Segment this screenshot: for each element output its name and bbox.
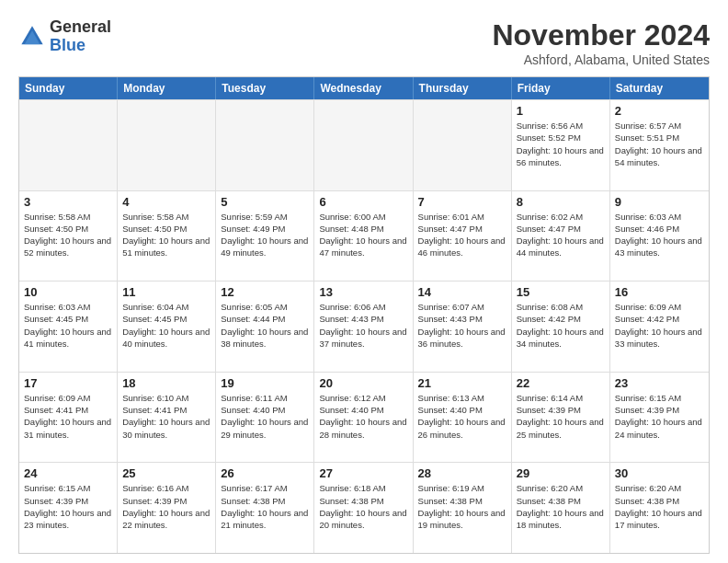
day-number: 13 bbox=[319, 285, 407, 299]
calendar-week-4: 17Sunrise: 6:09 AM Sunset: 4:41 PM Dayli… bbox=[19, 372, 709, 463]
day-info: Sunrise: 6:16 AM Sunset: 4:39 PM Dayligh… bbox=[122, 482, 210, 531]
day-cell-20: 20Sunrise: 6:12 AM Sunset: 4:40 PM Dayli… bbox=[314, 373, 413, 463]
day-cell-7: 7Sunrise: 6:01 AM Sunset: 4:47 PM Daylig… bbox=[414, 191, 512, 282]
day-number: 1 bbox=[517, 104, 605, 118]
day-number: 10 bbox=[24, 285, 112, 299]
day-cell-15: 15Sunrise: 6:08 AM Sunset: 4:42 PM Dayli… bbox=[512, 282, 610, 372]
logo-blue-text: Blue bbox=[50, 36, 85, 54]
day-info: Sunrise: 6:03 AM Sunset: 4:45 PM Dayligh… bbox=[24, 301, 112, 350]
calendar-week-5: 24Sunrise: 6:15 AM Sunset: 4:39 PM Dayli… bbox=[19, 462, 709, 553]
day-cell-19: 19Sunrise: 6:11 AM Sunset: 4:40 PM Dayli… bbox=[216, 373, 314, 463]
day-info: Sunrise: 5:59 AM Sunset: 4:49 PM Dayligh… bbox=[221, 211, 309, 259]
day-info: Sunrise: 6:04 AM Sunset: 4:45 PM Dayligh… bbox=[122, 301, 210, 350]
day-info: Sunrise: 6:09 AM Sunset: 4:41 PM Dayligh… bbox=[24, 392, 112, 441]
day-number: 30 bbox=[615, 466, 704, 480]
title-block: November 2024 Ashford, Alabama, United S… bbox=[492, 18, 710, 67]
day-number: 27 bbox=[319, 466, 407, 480]
calendar-week-3: 10Sunrise: 6:03 AM Sunset: 4:45 PM Dayli… bbox=[19, 281, 709, 372]
day-number: 14 bbox=[418, 285, 506, 299]
day-number: 6 bbox=[319, 195, 407, 209]
day-number: 28 bbox=[418, 466, 506, 480]
day-info: Sunrise: 6:57 AM Sunset: 5:51 PM Dayligh… bbox=[615, 120, 704, 168]
day-cell-24: 24Sunrise: 6:15 AM Sunset: 4:39 PM Dayli… bbox=[19, 463, 118, 553]
day-info: Sunrise: 6:07 AM Sunset: 4:43 PM Dayligh… bbox=[418, 301, 506, 350]
day-number: 5 bbox=[221, 195, 309, 209]
logo: General Blue bbox=[18, 18, 111, 55]
day-cell-9: 9Sunrise: 6:03 AM Sunset: 4:46 PM Daylig… bbox=[610, 191, 709, 282]
header-day-sunday: Sunday bbox=[19, 77, 118, 99]
day-info: Sunrise: 6:03 AM Sunset: 4:46 PM Dayligh… bbox=[615, 211, 704, 259]
calendar: SundayMondayTuesdayWednesdayThursdayFrid… bbox=[18, 76, 710, 554]
day-cell-17: 17Sunrise: 6:09 AM Sunset: 4:41 PM Dayli… bbox=[19, 373, 118, 463]
day-info: Sunrise: 6:01 AM Sunset: 4:47 PM Dayligh… bbox=[418, 211, 506, 259]
day-info: Sunrise: 6:15 AM Sunset: 4:39 PM Dayligh… bbox=[24, 482, 112, 531]
header-day-thursday: Thursday bbox=[414, 77, 512, 99]
day-number: 3 bbox=[24, 195, 112, 209]
day-cell-25: 25Sunrise: 6:16 AM Sunset: 4:39 PM Dayli… bbox=[118, 463, 216, 553]
day-info: Sunrise: 6:15 AM Sunset: 4:39 PM Dayligh… bbox=[615, 392, 704, 441]
day-number: 23 bbox=[615, 376, 704, 390]
calendar-week-2: 3Sunrise: 5:58 AM Sunset: 4:50 PM Daylig… bbox=[19, 190, 709, 282]
day-cell-30: 30Sunrise: 6:20 AM Sunset: 4:38 PM Dayli… bbox=[610, 463, 709, 553]
logo-general-text: General bbox=[50, 17, 111, 36]
day-number: 22 bbox=[517, 376, 605, 390]
day-cell-2: 2Sunrise: 6:57 AM Sunset: 5:51 PM Daylig… bbox=[610, 100, 709, 190]
day-info: Sunrise: 6:20 AM Sunset: 4:38 PM Dayligh… bbox=[517, 482, 605, 531]
day-info: Sunrise: 6:08 AM Sunset: 4:42 PM Dayligh… bbox=[517, 301, 605, 350]
day-number: 2 bbox=[615, 104, 704, 118]
day-cell-4: 4Sunrise: 5:58 AM Sunset: 4:50 PM Daylig… bbox=[118, 191, 216, 282]
day-cell-5: 5Sunrise: 5:59 AM Sunset: 4:49 PM Daylig… bbox=[216, 191, 314, 282]
day-cell-29: 29Sunrise: 6:20 AM Sunset: 4:38 PM Dayli… bbox=[512, 463, 610, 553]
calendar-body: 1Sunrise: 6:56 AM Sunset: 5:52 PM Daylig… bbox=[19, 99, 709, 553]
day-number: 7 bbox=[418, 195, 506, 209]
day-cell-3: 3Sunrise: 5:58 AM Sunset: 4:50 PM Daylig… bbox=[19, 191, 118, 282]
day-info: Sunrise: 5:58 AM Sunset: 4:50 PM Dayligh… bbox=[122, 211, 210, 259]
day-info: Sunrise: 5:58 AM Sunset: 4:50 PM Dayligh… bbox=[24, 211, 112, 259]
empty-cell bbox=[216, 100, 314, 190]
header-day-saturday: Saturday bbox=[610, 77, 709, 99]
day-number: 18 bbox=[122, 376, 210, 390]
day-number: 17 bbox=[24, 376, 112, 390]
day-info: Sunrise: 6:09 AM Sunset: 4:42 PM Dayligh… bbox=[615, 301, 704, 350]
day-cell-27: 27Sunrise: 6:18 AM Sunset: 4:38 PM Dayli… bbox=[314, 463, 413, 553]
empty-cell bbox=[314, 100, 413, 190]
day-info: Sunrise: 6:06 AM Sunset: 4:43 PM Dayligh… bbox=[319, 301, 407, 350]
day-number: 24 bbox=[24, 466, 112, 480]
day-number: 29 bbox=[517, 466, 605, 480]
day-cell-21: 21Sunrise: 6:13 AM Sunset: 4:40 PM Dayli… bbox=[414, 373, 512, 463]
day-info: Sunrise: 6:13 AM Sunset: 4:40 PM Dayligh… bbox=[418, 392, 506, 441]
day-info: Sunrise: 6:17 AM Sunset: 4:38 PM Dayligh… bbox=[221, 482, 309, 531]
empty-cell bbox=[414, 100, 512, 190]
header-day-wednesday: Wednesday bbox=[314, 77, 413, 99]
calendar-header: SundayMondayTuesdayWednesdayThursdayFrid… bbox=[19, 77, 709, 99]
day-number: 4 bbox=[122, 195, 210, 209]
day-number: 26 bbox=[221, 466, 309, 480]
day-cell-26: 26Sunrise: 6:17 AM Sunset: 4:38 PM Dayli… bbox=[216, 463, 314, 553]
day-cell-8: 8Sunrise: 6:02 AM Sunset: 4:47 PM Daylig… bbox=[512, 191, 610, 282]
day-cell-18: 18Sunrise: 6:10 AM Sunset: 4:41 PM Dayli… bbox=[118, 373, 216, 463]
day-cell-28: 28Sunrise: 6:19 AM Sunset: 4:38 PM Dayli… bbox=[414, 463, 512, 553]
calendar-week-1: 1Sunrise: 6:56 AM Sunset: 5:52 PM Daylig… bbox=[19, 99, 709, 190]
day-number: 25 bbox=[122, 466, 210, 480]
day-number: 9 bbox=[615, 195, 704, 209]
day-info: Sunrise: 6:14 AM Sunset: 4:39 PM Dayligh… bbox=[517, 392, 605, 441]
empty-cell bbox=[19, 100, 118, 190]
day-cell-11: 11Sunrise: 6:04 AM Sunset: 4:45 PM Dayli… bbox=[118, 282, 216, 372]
day-info: Sunrise: 6:18 AM Sunset: 4:38 PM Dayligh… bbox=[319, 482, 407, 531]
day-number: 21 bbox=[418, 376, 506, 390]
day-number: 20 bbox=[319, 376, 407, 390]
day-number: 11 bbox=[122, 285, 210, 299]
day-number: 15 bbox=[517, 285, 605, 299]
day-info: Sunrise: 6:56 AM Sunset: 5:52 PM Dayligh… bbox=[517, 120, 605, 168]
day-cell-12: 12Sunrise: 6:05 AM Sunset: 4:44 PM Dayli… bbox=[216, 282, 314, 372]
day-info: Sunrise: 6:10 AM Sunset: 4:41 PM Dayligh… bbox=[122, 392, 210, 441]
empty-cell bbox=[118, 100, 216, 190]
day-number: 12 bbox=[221, 285, 309, 299]
day-cell-22: 22Sunrise: 6:14 AM Sunset: 4:39 PM Dayli… bbox=[512, 373, 610, 463]
logo-icon bbox=[18, 23, 46, 51]
day-info: Sunrise: 6:12 AM Sunset: 4:40 PM Dayligh… bbox=[319, 392, 407, 441]
page: General Blue November 2024 Ashford, Alab… bbox=[0, 0, 728, 563]
logo-text: General Blue bbox=[50, 18, 111, 55]
day-cell-14: 14Sunrise: 6:07 AM Sunset: 4:43 PM Dayli… bbox=[414, 282, 512, 372]
day-cell-1: 1Sunrise: 6:56 AM Sunset: 5:52 PM Daylig… bbox=[512, 100, 610, 190]
